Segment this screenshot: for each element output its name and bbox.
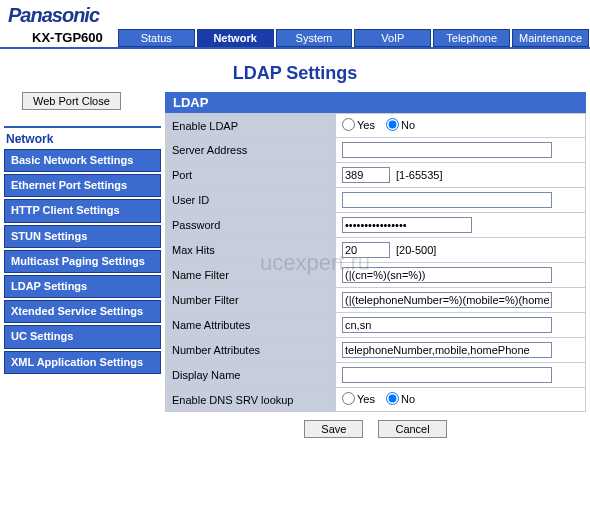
sidebar-item-uc[interactable]: UC Settings: [4, 325, 161, 348]
display-name-input[interactable]: [342, 367, 552, 383]
number-attributes-input[interactable]: [342, 342, 552, 358]
nav-network[interactable]: Network: [197, 29, 274, 47]
yes-label: Yes: [357, 119, 375, 131]
top-nav: Status Network System VoIP Telephone Mai…: [117, 29, 590, 47]
side-nav-title: Network: [6, 132, 161, 146]
user-id-input[interactable]: [342, 192, 552, 208]
label-port: Port: [166, 163, 336, 188]
label-max-hits: Max Hits: [166, 238, 336, 263]
model-label: KX-TGP600: [8, 30, 117, 47]
cancel-button[interactable]: Cancel: [378, 420, 446, 438]
side-nav: Basic Network Settings Ethernet Port Set…: [4, 149, 161, 376]
sidebar-item-xml-application[interactable]: XML Application Settings: [4, 351, 161, 374]
max-hits-hint: [20-500]: [396, 244, 436, 256]
nav-status[interactable]: Status: [118, 29, 195, 47]
label-number-filter: Number Filter: [166, 288, 336, 313]
password-input[interactable]: [342, 217, 472, 233]
sidebar-item-ethernet-port[interactable]: Ethernet Port Settings: [4, 174, 161, 197]
nav-system[interactable]: System: [276, 29, 353, 47]
sidebar-item-stun[interactable]: STUN Settings: [4, 225, 161, 248]
web-port-close-button[interactable]: Web Port Close: [22, 92, 121, 110]
section-header: LDAP: [165, 92, 586, 113]
sidebar-item-http-client[interactable]: HTTP Client Settings: [4, 199, 161, 222]
no-label-2: No: [401, 393, 415, 405]
sidebar-item-basic-network[interactable]: Basic Network Settings: [4, 149, 161, 172]
label-name-filter: Name Filter: [166, 263, 336, 288]
yes-label-2: Yes: [357, 393, 375, 405]
enable-dns-no-radio[interactable]: [386, 392, 399, 405]
no-label: No: [401, 119, 415, 131]
nav-telephone[interactable]: Telephone: [433, 29, 510, 47]
max-hits-input[interactable]: [342, 242, 390, 258]
nav-voip[interactable]: VoIP: [354, 29, 431, 47]
sidebar-item-ldap[interactable]: LDAP Settings: [4, 275, 161, 298]
label-display-name: Display Name: [166, 363, 336, 388]
label-number-attributes: Number Attributes: [166, 338, 336, 363]
sidebar-item-multicast-paging[interactable]: Multicast Paging Settings: [4, 250, 161, 273]
brand-logo: Panasonic: [8, 4, 590, 27]
page-title: LDAP Settings: [0, 49, 590, 92]
port-input[interactable]: [342, 167, 390, 183]
divider: [4, 126, 161, 128]
enable-ldap-yes-radio[interactable]: [342, 118, 355, 131]
port-hint: [1-65535]: [396, 169, 442, 181]
label-server-address: Server Address: [166, 138, 336, 163]
name-attributes-input[interactable]: [342, 317, 552, 333]
label-enable-dns: Enable DNS SRV lookup: [166, 388, 336, 412]
settings-table: Enable LDAP Yes No Server Address Port […: [165, 113, 586, 412]
label-name-attributes: Name Attributes: [166, 313, 336, 338]
enable-ldap-no-radio[interactable]: [386, 118, 399, 131]
label-user-id: User ID: [166, 188, 336, 213]
label-password: Password: [166, 213, 336, 238]
label-enable-ldap: Enable LDAP: [166, 114, 336, 138]
nav-maintenance[interactable]: Maintenance: [512, 29, 589, 47]
sidebar-item-xtended-service[interactable]: Xtended Service Settings: [4, 300, 161, 323]
server-address-input[interactable]: [342, 142, 552, 158]
enable-dns-yes-radio[interactable]: [342, 392, 355, 405]
number-filter-input[interactable]: [342, 292, 552, 308]
name-filter-input[interactable]: [342, 267, 552, 283]
save-button[interactable]: Save: [304, 420, 363, 438]
